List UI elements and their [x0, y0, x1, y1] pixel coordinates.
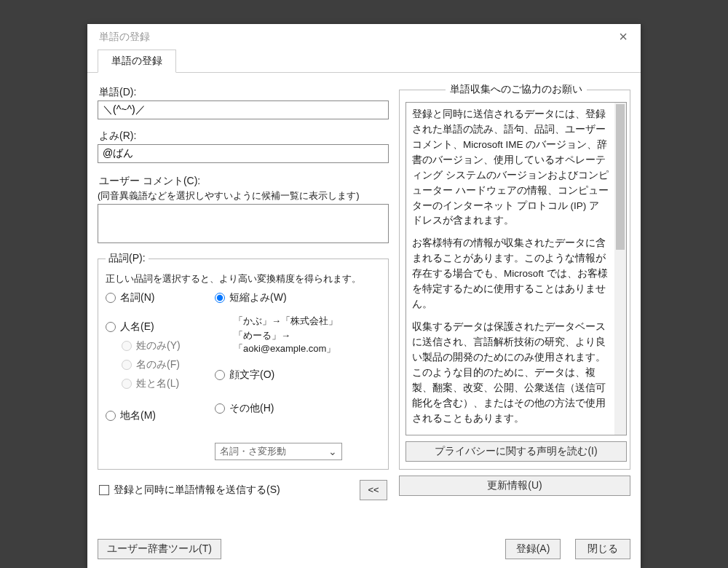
- shortyomi-example-2: 「めーる」→「aoki@example.com」: [234, 329, 381, 355]
- pos-legend: 品詞(P):: [106, 252, 149, 265]
- scrollbar-thumb[interactable]: [616, 104, 625, 250]
- pos-hint: 正しい品詞を選択すると、より高い変換精度を得られます。: [106, 272, 381, 285]
- tabstrip: 単語の登録: [87, 50, 641, 73]
- checkbox-icon: [99, 485, 109, 495]
- cooperation-group: 単語収集へのご協力のお願い 登録と同時に送信されるデータには、登録された単語の読…: [399, 83, 630, 470]
- tab-label: 単語の登録: [111, 55, 162, 66]
- radio-other[interactable]: その他(H): [215, 402, 381, 415]
- right-pane: 単語収集へのご協力のお願い 登録と同時に送信されるデータには、登録された単語の読…: [399, 83, 630, 529]
- yomi-label: よみ(R):: [99, 130, 389, 143]
- chevron-down-icon: ⌄: [328, 446, 337, 457]
- radio-kaomoji[interactable]: 顔文字(O): [215, 368, 381, 382]
- update-info-button[interactable]: 更新情報(U): [399, 476, 630, 496]
- cooperation-text[interactable]: 登録と同時に送信されるデータには、登録された単語の読み、語句、品詞、ユーザー コ…: [406, 103, 614, 435]
- titlebar: 単語の登録 ×: [87, 24, 641, 50]
- left-pane: 単語(D): よみ(R): ユーザー コメント(C): (同音異義語などを選択し…: [98, 83, 389, 529]
- yomi-input[interactable]: [98, 144, 389, 163]
- titlebar-title: 単語の登録: [99, 31, 150, 44]
- comment-hint: (同音異義語などを選択しやすいように候補一覧に表示します): [98, 189, 389, 202]
- word-registration-dialog: 単語の登録 × 単語の登録 単語(D): よみ(R): ユーザー コメント(C)…: [87, 24, 641, 568]
- radio-noun[interactable]: 名詞(N): [106, 291, 207, 304]
- radio-sei[interactable]: 姓のみ(Y): [122, 339, 207, 352]
- cooperation-para2: お客様特有の情報が収集されたデータに含まれることがあります。このような情報が存在…: [412, 236, 609, 312]
- collapse-button[interactable]: <<: [360, 480, 387, 500]
- word-input[interactable]: [98, 100, 389, 119]
- radio-seimei[interactable]: 姓と名(L): [122, 377, 207, 390]
- user-dictionary-tool-button[interactable]: ユーザー辞書ツール(T): [98, 539, 221, 559]
- radio-shortyomi[interactable]: 短縮よみ(W): [215, 291, 381, 304]
- comment-label: ユーザー コメント(C):: [99, 175, 389, 188]
- comment-input[interactable]: [98, 204, 389, 243]
- word-label: 単語(D):: [99, 86, 389, 99]
- cooperation-legend: 単語収集へのご協力のお願い: [446, 83, 587, 96]
- tab-word-registration[interactable]: 単語の登録: [98, 50, 176, 73]
- radio-person[interactable]: 人名(E): [106, 320, 207, 334]
- other-combo-value: 名詞・さ変形動: [220, 445, 286, 458]
- cooperation-para3: 収集するデータは保護されたデータベースに送信され、言語解析技術の研究、より良い製…: [412, 320, 609, 426]
- close-icon[interactable]: ×: [612, 27, 635, 47]
- other-combo[interactable]: 名詞・さ変形動 ⌄: [215, 443, 342, 460]
- radio-mei[interactable]: 名のみ(F): [122, 358, 207, 371]
- privacy-statement-button[interactable]: プライバシーに関する声明を読む(I): [405, 441, 627, 462]
- dialog-button-row: ユーザー辞書ツール(T) 登録(A) 閉じる: [87, 535, 641, 568]
- close-button[interactable]: 閉じる: [575, 539, 630, 559]
- cooperation-text-wrap: 登録と同時に送信されるデータには、登録された単語の読み、語句、品詞、ユーザー コ…: [405, 102, 627, 435]
- pos-group: 品詞(P): 正しい品詞を選択すると、より高い変換精度を得られます。 名詞(N)…: [98, 252, 389, 470]
- scrollbar[interactable]: [614, 103, 626, 435]
- shortyomi-example-1: 「かぶ」→「株式会社」: [234, 315, 381, 328]
- register-button[interactable]: 登録(A): [505, 539, 561, 559]
- cooperation-para1: 登録と同時に送信されるデータには、登録された単語の読み、語句、品詞、ユーザー コ…: [412, 107, 609, 229]
- send-data-checkbox[interactable]: 登録と同時に単語情報を送信する(S): [99, 484, 280, 497]
- radio-place[interactable]: 地名(M): [106, 409, 207, 422]
